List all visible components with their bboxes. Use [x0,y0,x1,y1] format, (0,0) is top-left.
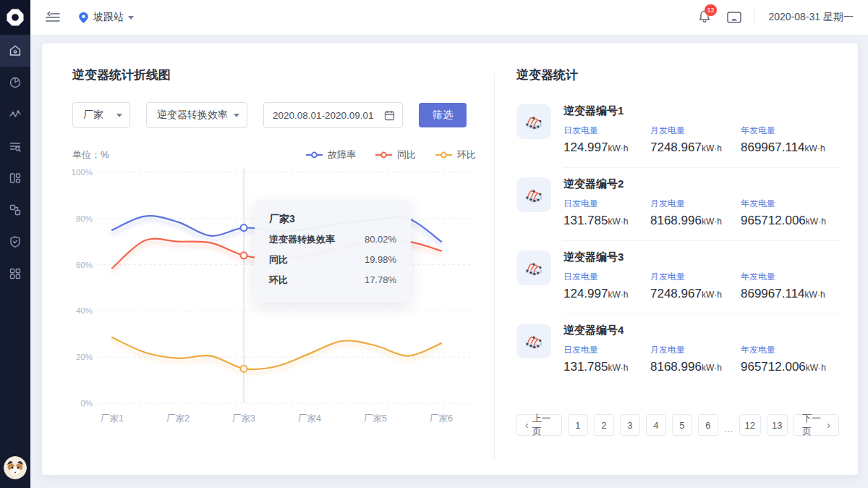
stat-monthly: 月发电量 7248.967kW·h [650,271,741,301]
svg-text:厂家5: 厂家5 [364,413,387,424]
list-item[interactable]: 逆变器编号4 日发电量 131.785kW·h 月发电量 8168.996kW·… [516,314,839,387]
main-content: 逆变器统计折线图 厂家 逆变器转换效率 2020.08.01-2020.09.0… [30,35,868,488]
inverter-3d-icon [522,329,546,353]
inverter-3d-icon [522,182,546,207]
inverter-stats: 日发电量 124.997kW·h 月发电量 7248.967kW·h 年发电量 … [563,125,839,155]
content-card: 逆变器统计折线图 厂家 逆变器转换效率 2020.08.01-2020.09.0… [42,43,858,475]
notification-badge: 12 [705,4,716,16]
sidebar-item-monitoring[interactable] [0,98,30,130]
sidebar-item-devices[interactable] [0,194,30,226]
vendor-select-value: 厂家 [83,109,103,122]
chevron-left-icon: ‹ [525,419,529,431]
page-button-3[interactable]: 3 [620,414,640,436]
filter-button[interactable]: 筛选 [419,103,467,127]
chevron-down-icon [128,16,134,20]
inverter-name: 逆变器编号4 [563,324,839,337]
location-pin-icon [78,12,89,24]
stats-panel-title: 逆变器统计 [516,67,839,83]
panel-divider [494,72,495,460]
tooltip-title: 厂家3 [269,213,396,226]
legend-label: 同比 [397,148,416,161]
prev-page-button[interactable]: ‹ 上一页 [516,414,562,436]
svg-text:厂家6: 厂家6 [430,413,453,424]
inverter-icon [516,251,551,285]
legend-item-mom[interactable]: 环比 [435,148,476,161]
chevron-down-icon [234,114,239,117]
svg-text:20%: 20% [76,353,93,361]
stat-monthly: 月发电量 7248.967kW·h [650,125,741,155]
app-logo[interactable] [0,0,30,35]
filter-row: 厂家 逆变器转换效率 2020.08.01-2020.09.01 筛选 [72,102,494,128]
stat-daily: 日发电量 131.785kW·h [563,198,650,228]
station-name: 坡跟站 [93,11,124,24]
page-button-5[interactable]: 5 [672,414,692,436]
stat-monthly: 月发电量 8168.996kW·h [650,198,741,228]
chart-legend: 故障率 同比 环比 [305,148,476,161]
svg-text:40%: 40% [76,306,93,315]
line-chart[interactable]: 0%20%40%60%80%100%厂家1厂家2厂家3厂家4厂家5厂家6 厂家3… [72,163,477,432]
sidebar-item-security[interactable] [0,226,30,258]
sidebar-item-apps[interactable] [0,258,30,290]
list-item[interactable]: 逆变器编号2 日发电量 131.785kW·h 月发电量 8168.996kW·… [516,168,839,240]
legend-item-yoy[interactable]: 同比 [375,148,416,161]
legend-label: 故障率 [328,148,356,161]
sidebar-item-dashboard[interactable] [0,162,30,194]
calendar-icon [384,110,395,121]
collapse-sidebar-button[interactable] [45,9,61,25]
page-button-2[interactable]: 2 [594,414,614,436]
header-divider [754,10,755,25]
stat-daily: 日发电量 131.785kW·h [563,344,650,374]
layout-icon [9,172,22,185]
logo-gear-icon [6,8,25,27]
svg-text:100%: 100% [72,168,93,177]
next-page-button[interactable]: 下一页 › [793,414,839,436]
screen-view-button[interactable] [727,12,741,23]
page-button-12[interactable]: 12 [739,414,761,436]
tooltip-row: 逆变器转换效率 80.02% [269,233,396,246]
inverter-3d-icon [522,256,546,280]
avatar-image [4,456,27,479]
page-button-1[interactable]: 1 [568,414,588,436]
chevron-right-icon: › [827,419,830,431]
chart-panel: 逆变器统计折线图 厂家 逆变器转换效率 2020.08.01-2020.09.0… [42,43,494,475]
sidebar-item-home[interactable] [0,35,30,67]
pagination-ellipsis: … [724,424,733,436]
nodes-icon [9,203,22,216]
station-selector[interactable]: 坡跟站 [78,11,134,24]
legend-item-fault-rate[interactable]: 故障率 [305,148,356,161]
inverter-stats: 日发电量 131.785kW·h 月发电量 8168.996kW·h 年发电量 … [563,198,839,228]
user-avatar[interactable] [4,456,27,479]
metric-select-value: 逆变器转换效率 [157,109,228,122]
inverter-icon [516,177,551,212]
current-date: 2020-08-31 星期一 [768,11,854,24]
inverter-3d-icon [522,109,546,134]
date-range-input[interactable]: 2020.08.01-2020.09.01 [263,102,403,128]
vendor-select[interactable]: 厂家 [72,102,130,128]
svg-text:厂家3: 厂家3 [232,413,255,424]
sidebar-item-logs[interactable] [0,130,30,162]
page-button-4[interactable]: 4 [646,414,666,436]
stat-monthly: 月发电量 8168.996kW·h [650,344,741,374]
stat-yearly: 年发电量 869967.114kW·h [741,271,839,301]
legend-label: 环比 [457,148,476,161]
list-item[interactable]: 逆变器编号3 日发电量 124.997kW·h 月发电量 7248.967kW·… [516,241,839,314]
page-button-13[interactable]: 13 [767,414,788,436]
metric-select[interactable]: 逆变器转换效率 [146,102,247,128]
inverter-content: 逆变器编号3 日发电量 124.997kW·h 月发电量 7248.967kW·… [563,251,839,301]
stat-daily: 日发电量 124.997kW·h [563,125,650,155]
svg-text:厂家1: 厂家1 [101,413,124,424]
pagination: ‹ 上一页 1 2 3 4 5 6 … 12 13 下一页 › [516,414,839,436]
svg-text:厂家4: 厂家4 [298,413,321,424]
chevron-down-icon [116,114,122,117]
legend-line-circle-icon [375,151,393,159]
list-item[interactable]: 逆变器编号1 日发电量 124.997kW·h 月发电量 7248.967kW·… [516,95,839,167]
inverter-content: 逆变器编号4 日发电量 131.785kW·h 月发电量 8168.996kW·… [563,324,839,374]
inverter-name: 逆变器编号3 [563,251,839,264]
sidebar [0,0,30,488]
sidebar-item-reports[interactable] [0,67,30,98]
page-button-6[interactable]: 6 [698,414,718,436]
shield-check-icon [9,235,22,248]
inverter-content: 逆变器编号2 日发电量 131.785kW·h 月发电量 8168.996kW·… [563,177,839,228]
list-search-icon [9,140,22,153]
notifications-button[interactable]: 12 [698,9,711,26]
